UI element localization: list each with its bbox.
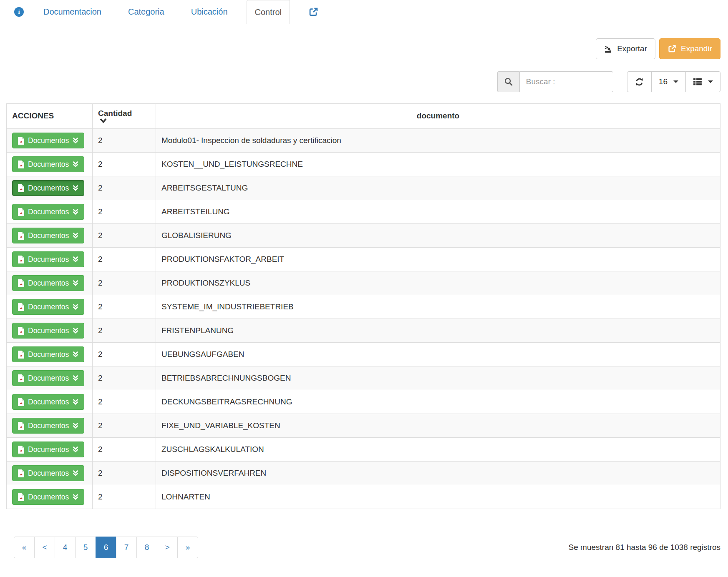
header-documento[interactable]: documento <box>156 104 720 129</box>
documentos-button-label: Documentos <box>28 421 69 430</box>
chevrons-down-icon <box>72 422 79 429</box>
documento-cell: ARBEITSGESTALTUNG <box>156 176 720 200</box>
tab-control[interactable]: Control <box>247 0 290 24</box>
search-input[interactable] <box>519 71 613 92</box>
chevrons-down-icon <box>72 446 79 453</box>
documentos-button[interactable]: Documentos <box>12 228 84 243</box>
pdf-file-icon <box>18 469 25 478</box>
documentos-button[interactable]: Documentos <box>12 275 84 291</box>
documentos-button[interactable]: Documentos <box>12 299 84 315</box>
documento-cell: GLOBALISIERUNG <box>156 224 720 248</box>
documentos-button[interactable]: Documentos <box>12 370 84 386</box>
refresh-icon <box>635 77 644 87</box>
acciones-cell: Documentos <box>7 438 93 462</box>
documentos-button[interactable]: Documentos <box>12 489 84 505</box>
documentos-button-label: Documentos <box>28 445 69 454</box>
cantidad-cell: 2 <box>93 176 156 200</box>
documento-cell: BETRIEBSABRECHNUNGSBOGEN <box>156 366 720 390</box>
cantidad-cell: 2 <box>93 319 156 343</box>
page-8[interactable]: 8 <box>136 537 157 558</box>
page-6[interactable]: 6 <box>96 537 116 558</box>
documentos-button-label: Documentos <box>28 136 69 145</box>
documento-cell: SYSTEME_IM_INDUSTRIEBETRIEB <box>156 295 720 319</box>
table-row: Documentos 2 KOSTEN__UND_LEISTUNGSRECHNE <box>7 153 720 176</box>
table-row: Documentos 2 UEBUNGSAUFGABEN <box>7 343 720 366</box>
documentos-button[interactable]: Documentos <box>12 180 84 196</box>
table-row: Documentos 2 Modulo01- Inspeccion de sol… <box>7 129 720 153</box>
pdf-file-icon <box>18 398 25 406</box>
documentos-button-label: Documentos <box>28 208 69 216</box>
documentos-button[interactable]: Documentos <box>12 156 84 172</box>
page-first[interactable]: « <box>14 537 35 558</box>
table-row: Documentos 2 GLOBALISIERUNG <box>7 224 720 248</box>
documento-cell: Modulo01- Inspeccion de soldaduras y cer… <box>156 129 720 153</box>
documento-cell: DISPOSITIONSVERFAHREN <box>156 462 720 485</box>
header-cantidad[interactable]: Cantidad <box>93 104 156 129</box>
acciones-cell: Documentos <box>7 176 93 200</box>
cantidad-cell: 2 <box>93 414 156 438</box>
page-5[interactable]: 5 <box>75 537 96 558</box>
acciones-cell: Documentos <box>7 248 93 271</box>
expandir-label: Expandir <box>681 44 712 53</box>
tab-documentacion[interactable]: Documentacion <box>35 0 109 24</box>
documentos-button[interactable]: Documentos <box>12 133 84 148</box>
page-4[interactable]: 4 <box>55 537 76 558</box>
documentos-button-label: Documentos <box>28 160 69 169</box>
tab-open-external[interactable] <box>301 0 326 24</box>
refresh-button[interactable] <box>627 71 652 92</box>
documentos-button-label: Documentos <box>28 303 69 311</box>
expand-external-link-icon <box>668 44 677 53</box>
documentos-button[interactable]: Documentos <box>12 465 84 481</box>
acciones-cell: Documentos <box>7 295 93 319</box>
tab-ubicacion[interactable]: Ubicación <box>183 0 236 24</box>
table-row: Documentos 2 FRISTENPLANUNG <box>7 319 720 343</box>
table-header-row: ACCIONES Cantidad documento <box>7 104 720 129</box>
pdf-file-icon <box>18 445 25 454</box>
page-prev[interactable]: < <box>34 537 55 558</box>
exportar-button[interactable]: Exportar <box>596 38 655 59</box>
chevrons-down-icon <box>72 256 79 263</box>
table-row: Documentos 2 BETRIEBSABRECHNUNGSBOGEN <box>7 366 720 390</box>
documentos-button[interactable]: Documentos <box>12 442 84 457</box>
header-cantidad-label: Cantidad <box>98 109 132 118</box>
page-last[interactable]: » <box>177 537 198 558</box>
page-size-dropdown[interactable]: 16 <box>651 71 686 92</box>
documentos-button-label: Documentos <box>28 398 69 406</box>
documentos-button[interactable]: Documentos <box>12 418 84 434</box>
cantidad-cell: 2 <box>93 343 156 366</box>
acciones-cell: Documentos <box>7 366 93 390</box>
documento-cell: PRODUKTIONSZYKLUS <box>156 271 720 295</box>
documentos-button[interactable]: Documentos <box>12 346 84 362</box>
pdf-file-icon <box>18 374 25 383</box>
documentos-button-label: Documentos <box>28 184 69 193</box>
search-icon <box>504 77 513 86</box>
cantidad-cell: 2 <box>93 485 156 509</box>
cantidad-cell: 2 <box>93 200 156 224</box>
documentos-button[interactable]: Documentos <box>12 323 84 339</box>
pdf-file-icon <box>18 279 25 288</box>
pdf-file-icon <box>18 231 25 240</box>
acciones-cell: Documentos <box>7 485 93 509</box>
documentos-button-label: Documentos <box>28 374 69 383</box>
pdf-file-icon <box>18 255 25 264</box>
page-next[interactable]: > <box>157 537 178 558</box>
expandir-button[interactable]: Expandir <box>659 38 720 59</box>
documentos-button[interactable]: Documentos <box>12 251 84 267</box>
table-toolbar: 16 <box>6 71 720 92</box>
page-7[interactable]: 7 <box>116 537 137 558</box>
columns-list-icon <box>693 78 702 86</box>
documentos-button[interactable]: Documentos <box>12 204 84 220</box>
documento-cell: FIXE_UND_VARIABLE_KOSTEN <box>156 414 720 438</box>
columns-dropdown[interactable] <box>685 71 720 92</box>
tab-categoria[interactable]: Categoria <box>120 0 172 24</box>
acciones-cell: Documentos <box>7 390 93 414</box>
tab-info[interactable]: i <box>7 0 31 24</box>
pdf-file-icon <box>18 493 25 502</box>
pdf-file-icon <box>18 350 25 359</box>
chevrons-down-icon <box>72 399 79 405</box>
documentos-button[interactable]: Documentos <box>12 394 84 410</box>
pdf-file-icon <box>18 208 25 216</box>
documentos-button-label: Documentos <box>28 350 69 359</box>
pdf-file-icon <box>18 160 25 169</box>
records-summary: Se muestran 81 hasta 96 de 1038 registro… <box>569 543 720 552</box>
